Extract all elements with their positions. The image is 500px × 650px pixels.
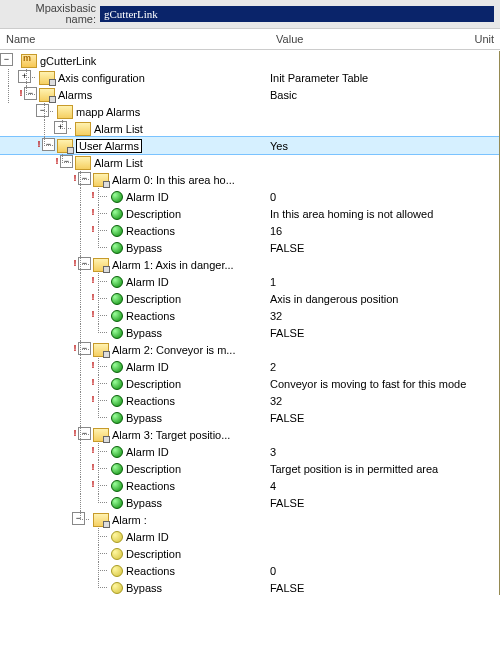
alarm-0-react[interactable]: !Reactions16: [0, 222, 500, 239]
axis-value: Init Parameter Table: [270, 72, 368, 84]
column-headers: Name Value Unit: [0, 29, 500, 50]
alarm-2-id[interactable]: !Alarm ID2: [0, 358, 500, 375]
value-icon: [111, 242, 123, 254]
alarm-1-react[interactable]: !Reactions32: [0, 307, 500, 324]
alarm-blank-id[interactable]: Alarm ID: [0, 528, 500, 545]
alarms-label: Alarms: [58, 89, 92, 101]
value-icon: [111, 395, 123, 407]
alarm-0-id[interactable]: !Alarm ID0: [0, 188, 500, 205]
collapse-icon[interactable]: −: [60, 155, 73, 168]
axis-config-node[interactable]: + Axis configuration Init Parameter Tabl…: [0, 69, 500, 86]
alarm-3-react[interactable]: !Reactions4: [0, 477, 500, 494]
value-icon: [111, 361, 123, 373]
value-icon: [111, 378, 123, 390]
alarm-2-node[interactable]: !−Alarm 2: Conveyor is m...: [0, 341, 500, 358]
value-icon: [111, 531, 123, 543]
collapse-icon[interactable]: −: [36, 104, 49, 117]
value-icon: [111, 463, 123, 475]
root-node[interactable]: − gCutterLink: [0, 52, 500, 69]
alarm-3-bypass[interactable]: BypassFALSE: [0, 494, 500, 511]
folder-icon: [57, 105, 73, 119]
mapp-alarms-node[interactable]: − mapp Alarms: [0, 103, 500, 120]
mapp-alarm-list-node[interactable]: + Alarm List: [0, 120, 500, 137]
config-name-input[interactable]: [100, 6, 494, 22]
mapp-label: mapp Alarms: [76, 106, 140, 118]
config-icon: [93, 173, 109, 187]
alarm-0-node[interactable]: !− Alarm 0: In this area ho...: [0, 171, 500, 188]
collapse-icon[interactable]: −: [78, 427, 91, 440]
collapse-icon[interactable]: −: [24, 87, 37, 100]
alarm-blank-react[interactable]: Reactions0: [0, 562, 500, 579]
alarm-0-bypass[interactable]: BypassFALSE: [0, 239, 500, 256]
value-icon: [111, 310, 123, 322]
value-icon: [111, 276, 123, 288]
alarm-0-title: Alarm 0: In this area ho...: [112, 174, 235, 186]
alarms-node[interactable]: !− Alarms Basic: [0, 86, 500, 103]
collapse-icon[interactable]: −: [78, 342, 91, 355]
value-icon: [111, 412, 123, 424]
alarm-3-id[interactable]: !Alarm ID3: [0, 443, 500, 460]
value-icon: [111, 225, 123, 237]
col-name: Name: [0, 29, 270, 49]
module-icon: [21, 54, 37, 68]
value-icon: [111, 293, 123, 305]
alarm-1-node[interactable]: !−Alarm 1: Axis in danger...: [0, 256, 500, 273]
expand-icon[interactable]: +: [18, 70, 31, 83]
config-header: Mpaxisbasic name:: [0, 0, 500, 29]
col-unit: Unit: [468, 29, 500, 49]
root-label: gCutterLink: [40, 55, 96, 67]
config-icon: [39, 88, 55, 102]
value-icon: [111, 208, 123, 220]
alarms-value: Basic: [270, 89, 297, 101]
config-icon: [93, 513, 109, 527]
config-icon: [93, 343, 109, 357]
mapp-list-label: Alarm List: [94, 123, 143, 135]
value-icon: [111, 548, 123, 560]
config-name-label: Mpaxisbasic name:: [6, 3, 100, 25]
alarm-2-react[interactable]: !Reactions32: [0, 392, 500, 409]
alarm-1-desc[interactable]: !DescriptionAxis in dangerous position: [0, 290, 500, 307]
value-icon: [111, 582, 123, 594]
collapse-icon[interactable]: −: [78, 172, 91, 185]
alarm-blank-bypass[interactable]: BypassFALSE: [0, 579, 500, 596]
alarm-blank-desc[interactable]: Description: [0, 545, 500, 562]
collapse-icon[interactable]: −: [42, 138, 55, 151]
value-icon: [111, 497, 123, 509]
value-icon: [111, 327, 123, 339]
alarm-3-node[interactable]: !−Alarm 3: Target positio...: [0, 426, 500, 443]
user-list-label: Alarm List: [94, 157, 143, 169]
value-icon: [111, 446, 123, 458]
config-icon: [57, 139, 73, 153]
alarm-3-desc[interactable]: !DescriptionTarget position is in permit…: [0, 460, 500, 477]
alarm-2-desc[interactable]: !DescriptionConveyor is moving to fast f…: [0, 375, 500, 392]
config-icon: [93, 428, 109, 442]
alarm-1-bypass[interactable]: BypassFALSE: [0, 324, 500, 341]
alarm-2-bypass[interactable]: BypassFALSE: [0, 409, 500, 426]
col-value: Value: [270, 29, 468, 49]
value-icon: [111, 480, 123, 492]
folder-icon: [75, 122, 91, 136]
property-tree: − gCutterLink + Axis configuration Init …: [0, 50, 500, 596]
axis-label: Axis configuration: [58, 72, 145, 84]
value-icon: [111, 191, 123, 203]
user-alarms-node[interactable]: !− User Alarms Yes: [0, 137, 500, 154]
alarm-blank-node[interactable]: −Alarm :: [0, 511, 500, 528]
alarm-1-id[interactable]: !Alarm ID1: [0, 273, 500, 290]
expand-icon[interactable]: +: [54, 121, 67, 134]
user-alarms-value: Yes: [270, 140, 288, 152]
user-alarms-label: User Alarms: [76, 139, 142, 153]
collapse-icon[interactable]: −: [72, 512, 85, 525]
alarm-0-desc[interactable]: !DescriptionIn this area homing is not a…: [0, 205, 500, 222]
folder-icon: [75, 156, 91, 170]
collapse-icon[interactable]: −: [78, 257, 91, 270]
user-alarm-list-node[interactable]: !− Alarm List: [0, 154, 500, 171]
config-icon: [93, 258, 109, 272]
value-icon: [111, 565, 123, 577]
collapse-icon[interactable]: −: [0, 53, 13, 66]
config-icon: [39, 71, 55, 85]
